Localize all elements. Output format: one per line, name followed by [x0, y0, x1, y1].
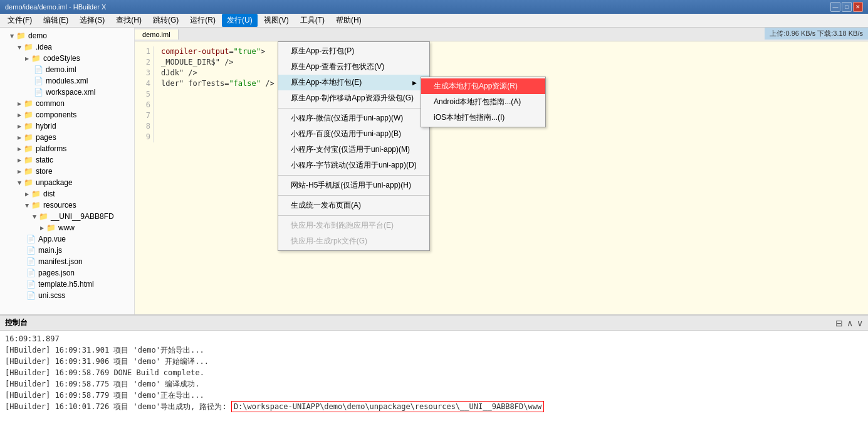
console-content: 16:09:31.897 [HBuilder] 16:09:31.901 项目 … — [0, 331, 868, 421]
sidebar-item-label: template.h5.html — [38, 280, 94, 289]
folder-arrow-icon: ▶ — [18, 135, 21, 141]
sidebar-item-app-vue[interactable]: 📄 App.vue — [0, 233, 134, 245]
console-open-folder-button[interactable]: ⊟ — [835, 318, 843, 328]
maximize-button[interactable]: □ — [842, 2, 852, 12]
status-top: 上传:0.96 KB/s 下载:3.18 KB/s — [765, 28, 868, 40]
dd-h5[interactable]: 网站-H5手机版(仅适用于uni-app)(H) — [278, 178, 429, 193]
console-down-button[interactable]: ∨ — [857, 318, 863, 328]
sidebar-item-label: .idea — [36, 43, 52, 51]
sidebar-item-www[interactable]: ▶ 📁 www — [0, 222, 134, 233]
folder-icon: 📁 — [24, 110, 33, 119]
dd-native-cloud-status[interactable]: 原生App-查看云打包状态(V) — [278, 59, 429, 75]
sidebar-item-unpackage[interactable]: ▶ 📁 unpackage — [0, 177, 134, 188]
sidebar-item-workspace-xml[interactable]: 📄 workspace.xml — [0, 87, 134, 98]
folder-arrow-icon: ▶ — [18, 146, 21, 152]
sidebar-item-label: common — [36, 99, 65, 108]
sidebar-item-label: demo — [28, 31, 47, 40]
menu-run[interactable]: 运行(R) — [185, 14, 221, 27]
menu-view[interactable]: 视图(V) — [259, 14, 294, 27]
sidebar-item-idea[interactable]: ▶ 📁 .idea — [0, 41, 134, 53]
dd-native-cloud[interactable]: 原生App-云打包(P) — [278, 43, 429, 59]
dd-mp-toutiao[interactable]: 小程序-字节跳动(仅适用于uni-app)(D) — [278, 157, 429, 173]
folder-icon: 📁 — [24, 122, 33, 131]
file-icon: 📄 — [34, 65, 43, 74]
file-icon: 📄 — [26, 246, 36, 255]
menu-file[interactable]: 文件(F) — [3, 14, 37, 27]
sidebar-item-common[interactable]: ▶ 📁 common — [0, 98, 134, 109]
menu-help[interactable]: 帮助(H) — [331, 14, 367, 27]
console-header: 控制台 ⊟ ∧ ∨ — [0, 316, 868, 331]
dropdown-container: 原生App-云打包(P) 原生App-查看云打包状态(V) 原生App-本地打包… — [278, 41, 430, 251]
sidebar-item-label: demo.iml — [46, 65, 76, 74]
minimize-button[interactable]: — — [830, 2, 840, 12]
dd-mp-baidu[interactable]: 小程序-百度(仅适用于uni-app)(B) — [278, 126, 429, 142]
dd-android-guide[interactable]: Android本地打包指南...(A) — [421, 94, 545, 110]
title-bar-controls: — □ ✕ — [830, 2, 863, 12]
folder-arrow-icon: ▶ — [24, 203, 30, 207]
folder-icon: 📁 — [24, 144, 33, 153]
folder-arrow-icon: ▶ — [25, 191, 29, 197]
sidebar-item-pages-json[interactable]: 📄 pages.json — [0, 267, 134, 279]
sidebar-item-modules-xml[interactable]: 📄 modules.xml — [0, 75, 134, 87]
console-up-button[interactable]: ∧ — [847, 318, 853, 328]
sidebar-item-label: platforms — [36, 144, 66, 153]
dd-native-update[interactable]: 原生App-制作移动App资源升级包(G) — [278, 90, 429, 106]
sidebar-item-manifest-json[interactable]: 📄 manifest.json — [0, 256, 134, 267]
sidebar-item-static[interactable]: ▶ 📁 static — [0, 154, 134, 166]
dd-mp-weixin[interactable]: 小程序-微信(仅适用于uni-app)(W) — [278, 110, 429, 126]
folder-icon: 📁 — [24, 133, 33, 142]
dd-ios-guide[interactable]: iOS本地打包指南...(I) — [421, 110, 545, 125]
title-bar: demo/idea/demo.iml - HBuilder X — □ ✕ — [0, 0, 868, 14]
sidebar-item-demo-iml[interactable]: 📄 demo.iml — [0, 64, 134, 75]
sidebar-item-dist[interactable]: ▶ 📁 dist — [0, 188, 134, 200]
menu-select[interactable]: 选择(S) — [75, 14, 110, 27]
folder-arrow-icon: ▶ — [18, 101, 21, 107]
menu-tools[interactable]: 工具(T) — [295, 14, 330, 27]
sidebar-item-store[interactable]: ▶ 📁 store — [0, 166, 134, 177]
sidebar-item-template-h5[interactable]: 📄 template.h5.html — [0, 279, 134, 290]
sidebar-item-resources[interactable]: ▶ 📁 resources — [0, 200, 134, 211]
menu-find[interactable]: 查找(H) — [111, 14, 147, 27]
console-path-link[interactable]: D:\workspace-UNIAPP\demo\demo\unpackage\… — [231, 401, 544, 412]
sidebar-item-hybrid[interactable]: ▶ 📁 hybrid — [0, 120, 134, 132]
menu-publish[interactable]: 发行(U) — [222, 14, 258, 27]
menu-separator-2 — [278, 175, 429, 176]
dd-mp-alipay[interactable]: 小程序-支付宝(仅适用于uni-app)(M) — [278, 142, 429, 157]
file-icon: 📄 — [34, 88, 43, 97]
editor-tab-demo-iml[interactable]: demo.iml — [135, 29, 179, 40]
folder-arrow-icon: ▶ — [9, 34, 15, 38]
sidebar-item-codestyles[interactable]: ▶ 📁 codeStyles — [0, 53, 134, 64]
close-button[interactable]: ✕ — [853, 2, 863, 12]
sidebar-item-platforms[interactable]: ▶ 📁 platforms — [0, 143, 134, 154]
submenu-arrow-icon: ▶ — [412, 80, 417, 86]
folder-arrow-icon: ▶ — [25, 56, 29, 61]
sidebar-item-label: pages.json — [38, 269, 75, 277]
sidebar-item-demo[interactable]: ▶ 📁 demo — [0, 30, 134, 41]
sidebar-item-uni9abb[interactable]: ▶ 📁 __UNI__9ABB8FD — [0, 211, 134, 222]
dd-gen-resources[interactable]: 生成本地打包App资源(R) — [421, 78, 545, 94]
sidebar-item-uni-scss[interactable]: 📄 uni.scss — [0, 290, 134, 301]
sidebar-item-main-js[interactable]: 📄 main.js — [0, 245, 134, 256]
sidebar-item-label: modules.xml — [46, 77, 88, 85]
file-icon: 📄 — [26, 235, 36, 243]
sidebar-item-label: pages — [36, 133, 56, 142]
menu-separator-4 — [278, 215, 429, 216]
sidebar-item-pages[interactable]: ▶ 📁 pages — [0, 132, 134, 143]
dd-quick-rpk: 快应用-生成rpk文件(G) — [278, 233, 429, 249]
dd-native-local[interactable]: 原生App-本地打包(E) ▶ — [278, 75, 429, 90]
file-icon: 📄 — [26, 280, 36, 289]
sidebar-item-components[interactable]: ▶ 📁 components — [0, 109, 134, 120]
sidebar-item-label: uni.scss — [38, 291, 65, 300]
dd-gen-page[interactable]: 生成统一发布页面(A) — [278, 198, 429, 213]
console-area: 控制台 ⊟ ∧ ∨ 16:09:31.897 [HBuilder] 16:09:… — [0, 314, 868, 421]
console-title: 控制台 — [5, 317, 28, 328]
sidebar-item-label: App.vue — [38, 235, 66, 243]
menu-edit[interactable]: 编辑(E) — [38, 14, 73, 27]
title-bar-left: demo/idea/demo.iml - HBuilder X — [5, 3, 106, 11]
folder-icon: 📁 — [24, 43, 33, 51]
title-bar-title: demo/idea/demo.iml - HBuilder X — [5, 3, 106, 11]
folder-icon: 📁 — [24, 156, 33, 164]
menu-jump[interactable]: 跳转(G) — [148, 14, 184, 27]
folder-icon: 📁 — [46, 223, 56, 232]
main-layout: ▶ 📁 demo ▶ 📁 .idea ▶ 📁 codeStyles 📄 demo… — [0, 28, 868, 314]
